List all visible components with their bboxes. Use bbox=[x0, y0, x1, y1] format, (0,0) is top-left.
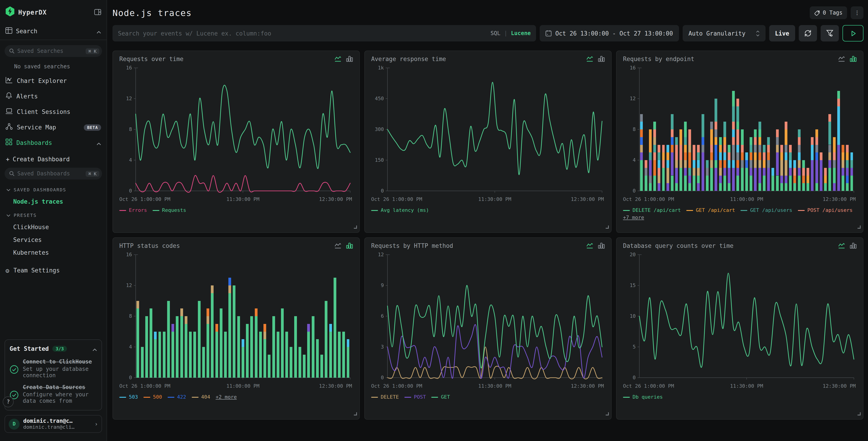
get-started-task[interactable]: Connect to ClickHouse Set up your databa… bbox=[9, 358, 97, 379]
sidebar-item-alerts[interactable]: Alerts bbox=[0, 92, 106, 101]
lucene-mode-toggle[interactable]: Lucene bbox=[511, 30, 531, 36]
saved-dashboards-section-toggle[interactable]: SAVED DASHBOARDS bbox=[0, 187, 106, 192]
legend-item[interactable]: Requests bbox=[153, 207, 186, 213]
svg-text:12:30:00 PM: 12:30:00 PM bbox=[571, 196, 604, 202]
brand-name: HyperDX bbox=[18, 9, 91, 16]
resize-handle[interactable] bbox=[605, 409, 609, 417]
legend-item[interactable]: POST bbox=[404, 394, 426, 400]
get-started-panel: Get Started 3/3 Connect to ClickHouse Se… bbox=[5, 340, 102, 410]
presets-section-toggle[interactable]: PRESETS bbox=[0, 213, 106, 218]
legend-item[interactable]: 500 bbox=[144, 394, 162, 400]
chart-card-header: Requests by HTTP method bbox=[371, 242, 605, 249]
user-menu[interactable]: D dominic.tran@c… dominic.tran@cli… › bbox=[5, 415, 102, 433]
preset-link-clickhouse[interactable]: ClickHouse bbox=[0, 224, 106, 231]
chart-card-header: Average response time bbox=[371, 56, 605, 62]
resize-handle[interactable] bbox=[605, 222, 609, 231]
line-view-icon[interactable] bbox=[334, 242, 342, 249]
dashboards-icon bbox=[5, 139, 12, 147]
help-button[interactable]: ? bbox=[3, 396, 14, 407]
event-search-input[interactable]: Search your events w/ Lucene ex. column:… bbox=[113, 25, 536, 41]
section-label: PRESETS bbox=[14, 213, 37, 218]
page-menu-button[interactable]: ⋮ bbox=[851, 6, 863, 19]
legend-item[interactable]: 422 bbox=[167, 394, 186, 400]
legend-item[interactable]: GET /api/users bbox=[741, 207, 792, 213]
sidebar-item-team-settings[interactable]: ⚙ Team Settings bbox=[0, 267, 106, 274]
chart-card-header: HTTP status codes bbox=[119, 242, 353, 249]
sidebar-item-label: Client Sessions bbox=[17, 109, 101, 115]
refresh-button[interactable] bbox=[799, 25, 817, 41]
saved-dashboards-placeholder: Saved Dashboards bbox=[17, 170, 83, 177]
line-view-icon[interactable] bbox=[334, 56, 342, 62]
resize-handle[interactable] bbox=[353, 222, 357, 231]
legend-item[interactable]: 404 bbox=[191, 394, 210, 400]
line-view-icon[interactable] bbox=[838, 56, 845, 62]
legend-item[interactable]: GET /api/cart bbox=[686, 207, 735, 213]
chevron-up-icon[interactable] bbox=[97, 27, 101, 35]
bar-view-icon[interactable] bbox=[850, 56, 857, 62]
saved-dashboards-input[interactable]: Saved Dashboards ⌘ K bbox=[5, 168, 102, 179]
svg-text:16: 16 bbox=[126, 252, 132, 257]
bar-view-icon[interactable] bbox=[598, 56, 605, 62]
svg-text:20: 20 bbox=[629, 252, 636, 257]
live-button[interactable]: Live bbox=[769, 25, 795, 41]
preset-link-kubernetes[interactable]: Kubernetes bbox=[0, 249, 106, 256]
legend-more-link[interactable]: +2 more bbox=[216, 394, 237, 400]
resize-handle[interactable] bbox=[857, 409, 861, 417]
legend-more-link[interactable]: +7 more bbox=[623, 214, 644, 220]
sidebar: HyperDX Search Saved Searches ⌘ K No sav… bbox=[0, 0, 107, 441]
get-started-task[interactable]: Create Data Sources Configure where your… bbox=[9, 384, 97, 405]
chart-plot: 01503004501kOct 26 1:00:00 PM11:30:00 PM… bbox=[371, 64, 605, 206]
legend-item[interactable]: 503 bbox=[119, 394, 138, 400]
main-content: Node.js traces 0 Tags ⋮ Search your even… bbox=[107, 0, 868, 441]
line-view-icon[interactable] bbox=[586, 242, 593, 249]
saved-searches-input[interactable]: Saved Searches ⌘ K bbox=[5, 45, 102, 57]
legend-item[interactable]: Db queries bbox=[623, 394, 662, 400]
sidebar-item-search[interactable]: Search bbox=[0, 26, 106, 35]
dashboard-link-nodejs-traces[interactable]: Node.js traces bbox=[0, 198, 106, 205]
legend-item[interactable]: Avg latency (ms) bbox=[371, 207, 429, 213]
sidebar-item-chart-explorer[interactable]: Chart Explorer bbox=[0, 77, 106, 85]
chart-plot: 0481216Oct 26 1:00:00 PM11:30:00 PM12:30… bbox=[119, 64, 353, 206]
sidebar-item-dashboards[interactable]: Dashboards bbox=[0, 139, 106, 147]
chart-card-header: Requests by endpoint bbox=[623, 56, 857, 62]
granularity-select[interactable]: Auto Granularity bbox=[682, 25, 765, 41]
sidebar-item-service-map[interactable]: Service Map BETA bbox=[0, 123, 106, 132]
chevron-up-icon[interactable] bbox=[92, 345, 97, 353]
svg-text:12:30:00 PM: 12:30:00 PM bbox=[319, 196, 352, 202]
line-view-icon[interactable] bbox=[586, 56, 593, 62]
sidebar-item-client-sessions[interactable]: Client Sessions bbox=[0, 108, 106, 116]
preset-link-services[interactable]: Services bbox=[0, 236, 106, 243]
sql-mode-toggle[interactable]: SQL bbox=[491, 30, 500, 36]
create-dashboard-label: Create Dashboard bbox=[13, 156, 70, 163]
chart-plot: 0481216Oct 26 1:00:00 PM11:00:00 PM12:30… bbox=[119, 251, 353, 393]
bar-view-icon[interactable] bbox=[346, 242, 353, 249]
legend-item[interactable]: DELETE /api/cart bbox=[623, 207, 681, 213]
run-query-button[interactable] bbox=[842, 25, 863, 41]
line-view-icon[interactable] bbox=[838, 242, 845, 249]
legend-item[interactable]: GET bbox=[432, 394, 450, 400]
collapse-sidebar-icon[interactable] bbox=[94, 8, 101, 17]
bar-view-icon[interactable] bbox=[850, 242, 857, 249]
legend-swatch bbox=[144, 396, 150, 398]
svg-text:4: 4 bbox=[129, 157, 132, 163]
svg-text:8: 8 bbox=[633, 126, 636, 132]
bar-view-icon[interactable] bbox=[598, 242, 605, 249]
legend-swatch bbox=[798, 210, 805, 211]
sidebar-item-label: Search bbox=[16, 28, 93, 34]
legend-item[interactable]: DELETE bbox=[371, 394, 399, 400]
legend-item[interactable]: POST /api/users bbox=[798, 207, 853, 213]
create-dashboard-button[interactable]: + Create Dashboard bbox=[0, 156, 106, 163]
tags-button[interactable]: 0 Tags bbox=[809, 6, 847, 19]
tag-icon bbox=[814, 10, 820, 16]
resize-handle[interactable] bbox=[857, 222, 861, 231]
chart-card-requests-over-time: Requests over time0481216Oct 26 1:00:00 … bbox=[113, 51, 360, 233]
chevron-up-icon[interactable] bbox=[97, 139, 101, 147]
get-started-progress-badge: 3/3 bbox=[52, 346, 67, 352]
bar-view-icon[interactable] bbox=[346, 56, 353, 62]
legend-item[interactable]: Errors bbox=[119, 207, 147, 213]
filter-button[interactable] bbox=[820, 25, 839, 41]
no-saved-searches-text: No saved searches bbox=[14, 63, 106, 70]
date-range-picker[interactable]: Oct 26 13:00:00 - Oct 27 13:00:00 bbox=[540, 25, 679, 41]
kebab-icon: ⋮ bbox=[854, 9, 860, 16]
resize-handle[interactable] bbox=[353, 409, 357, 417]
